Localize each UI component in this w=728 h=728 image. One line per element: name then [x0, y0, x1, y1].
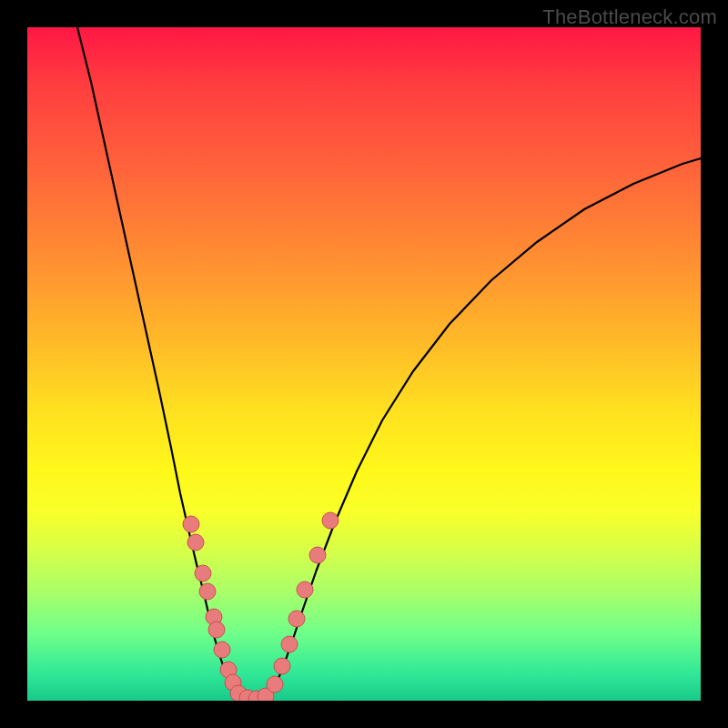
- bottleneck-curve: [77, 27, 701, 700]
- left-branch-dot: [195, 565, 211, 581]
- chart-plot-area: [27, 27, 701, 701]
- left-branch-dot: [208, 622, 225, 638]
- bottleneck-curve-svg: [27, 27, 701, 701]
- right-branch-dot: [322, 512, 339, 529]
- watermark-text: TheBottleneck.com: [542, 5, 717, 29]
- right-branch-dot: [288, 611, 305, 627]
- left-branch-dot: [214, 642, 230, 658]
- right-branch-dot: [309, 547, 326, 563]
- right-branch-dot: [267, 676, 283, 693]
- right-branch-dot: [274, 658, 290, 674]
- left-branch-dot: [183, 516, 199, 532]
- left-branch-dot: [187, 534, 204, 551]
- right-branch-dot: [281, 636, 298, 652]
- left-branch-dot: [199, 583, 216, 600]
- right-branch-dot: [297, 581, 313, 598]
